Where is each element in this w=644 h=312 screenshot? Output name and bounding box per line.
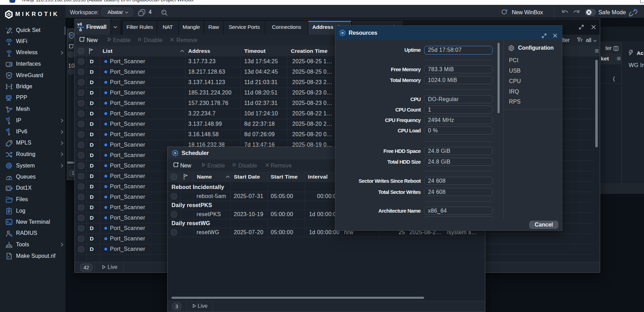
svg-text:v4: v4 — [77, 22, 82, 27]
svg-text:v4: v4 — [6, 117, 10, 121]
svg-text:v6: v6 — [6, 128, 10, 132]
